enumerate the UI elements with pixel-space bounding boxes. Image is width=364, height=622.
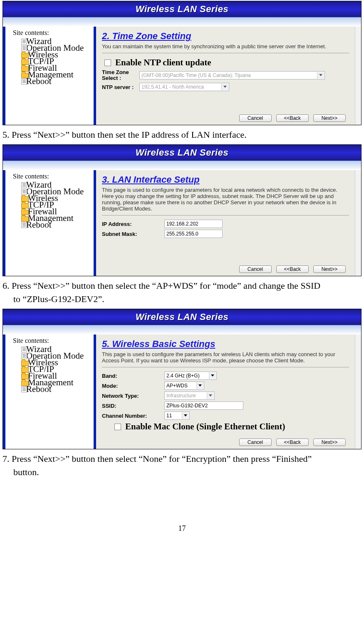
step-5: 5. Press “Next>>” button then set the IP…	[2, 129, 362, 141]
tz-label: Time Zone Select :	[102, 69, 139, 81]
nav-tree: Wizard Operation Mode Wireless TCP/IP Fi…	[8, 38, 91, 85]
page-title: 3. LAN Interface Setup	[102, 174, 349, 185]
main-content: 3. LAN Interface Setup This page is used…	[96, 170, 355, 276]
doc-icon	[21, 353, 27, 359]
band-select[interactable]: 2.4 GHz (B+G)	[164, 372, 217, 380]
doc-icon	[21, 45, 27, 51]
next-button[interactable]: Next>>	[313, 265, 346, 273]
back-button[interactable]: <<Back	[276, 265, 309, 273]
nav-tree: Wizard Operation Mode Wireless TCP/IP Fi…	[8, 346, 91, 393]
screenshot-wireless: Wireless LAN Series Site contents: Wizar…	[2, 309, 362, 449]
button-row: Cancel <<Back Next>>	[102, 109, 349, 125]
sidebar-item-reboot[interactable]: Reboot	[8, 78, 91, 85]
page-number: 17	[0, 524, 364, 541]
tz-select[interactable]: (GMT-08:00)Pacific Time (US & Canada); T…	[139, 71, 325, 79]
ip-input[interactable]: 192.168.2.202	[164, 220, 223, 228]
screenshot-lan: Wireless LAN Series Site contents: Wizar…	[2, 144, 362, 276]
scrollbar[interactable]	[355, 335, 361, 449]
button-row: Cancel <<Back Next>>	[102, 434, 349, 449]
ntp-enable-label: Enable NTP client update	[115, 57, 211, 68]
main-content: 2. Time Zone Setting You can maintain th…	[96, 27, 355, 125]
screenshot-timezone: Wireless LAN Series Site contents: Wizar…	[2, 1, 362, 125]
scrollbar[interactable]	[355, 27, 361, 125]
banner-title: Wireless LAN Series	[3, 145, 361, 161]
page-title: 2. Time Zone Setting	[102, 31, 349, 42]
mask-label: Subnet Mask:	[102, 231, 164, 237]
chevron-down-icon	[207, 392, 214, 399]
page-title: 5. Wireless Basic Settings	[102, 339, 349, 349]
cancel-button[interactable]: Cancel	[239, 114, 272, 122]
next-button[interactable]: Next>>	[313, 439, 346, 446]
back-button[interactable]: <<Back	[276, 114, 309, 122]
sidebar-title: Site contents:	[13, 337, 91, 344]
ip-label: IP Address:	[102, 221, 164, 227]
banner-title: Wireless LAN Series	[3, 1, 361, 17]
chevron-down-icon	[317, 72, 324, 79]
sidebar-item-reboot[interactable]: Reboot	[8, 386, 91, 393]
ntp-label: NTP server :	[102, 84, 139, 90]
nt-select[interactable]: Infrastructure	[164, 392, 215, 400]
chevron-down-icon	[221, 84, 228, 90]
scrollbar[interactable]	[355, 170, 361, 276]
page-desc: This page is used to configure the param…	[102, 187, 349, 212]
chevron-down-icon	[196, 382, 203, 389]
mac-clone-label: Enable Mac Clone (Single Ethernet Client…	[125, 421, 285, 432]
step-6: 6. Press “Next>>” button then select the…	[2, 280, 362, 292]
sidebar: Site contents: Wizard Operation Mode Wir…	[5, 27, 94, 125]
ntp-checkbox[interactable]	[104, 59, 111, 66]
doc-icon	[21, 189, 27, 195]
ssid-input[interactable]: ZPlus-G192-DEV2	[164, 401, 243, 410]
ch-select[interactable]: 11	[164, 411, 190, 420]
button-row: Cancel <<Back Next>>	[102, 260, 349, 276]
page-desc: This page is used to configure the param…	[102, 351, 349, 364]
ntp-select[interactable]: 192.5.41.41 - North America	[139, 83, 229, 91]
cancel-button[interactable]: Cancel	[239, 265, 272, 273]
banner-title: Wireless LAN Series	[3, 309, 361, 325]
page-desc: You can maintain the system time by sync…	[102, 43, 349, 50]
step-7: 7. Press “Next>>” button then select “No…	[2, 453, 362, 465]
back-button[interactable]: <<Back	[276, 439, 309, 446]
step-6-cont: to “ZPlus-G192-DEV2”.	[2, 293, 362, 305]
ssid-label: SSID:	[102, 403, 164, 409]
doc-icon	[21, 79, 27, 84]
doc-icon	[21, 387, 27, 392]
nav-tree: Wizard Operation Mode Wireless TCP/IP Fi…	[8, 182, 91, 228]
sidebar-item-reboot[interactable]: Reboot	[8, 222, 91, 228]
mask-input[interactable]: 255.255.255.0	[164, 230, 223, 238]
mac-clone-checkbox[interactable]	[114, 424, 121, 430]
next-button[interactable]: Next>>	[313, 114, 346, 122]
doc-icon	[21, 222, 27, 228]
band-label: Band:	[102, 373, 164, 379]
step-7-cont: button.	[2, 466, 362, 478]
nt-label: Network Type:	[102, 393, 164, 399]
main-content: 5. Wireless Basic Settings This page is …	[96, 335, 355, 449]
cancel-button[interactable]: Cancel	[239, 439, 272, 446]
mode-label: Mode:	[102, 383, 164, 389]
sidebar-title: Site contents:	[13, 173, 91, 180]
ch-label: Channel Number:	[102, 413, 164, 419]
sidebar-title: Site contents:	[13, 29, 91, 37]
sidebar: Site contents: Wizard Operation Mode Wir…	[5, 335, 94, 449]
mode-select[interactable]: AP+WDS	[164, 382, 204, 390]
chevron-down-icon	[182, 412, 189, 419]
chevron-down-icon	[209, 372, 216, 379]
sidebar: Site contents: Wizard Operation Mode Wir…	[5, 170, 94, 276]
